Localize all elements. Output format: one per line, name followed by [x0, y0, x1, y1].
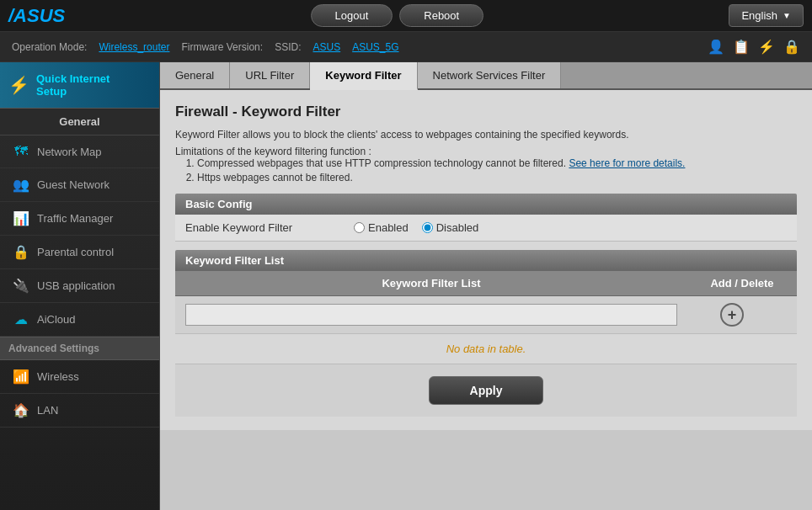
- copy-icon: 📋: [733, 39, 750, 55]
- more-details-link[interactable]: See here for more details.: [569, 157, 685, 169]
- enabled-radio-label[interactable]: Enabled: [354, 221, 409, 234]
- firmware-label: Firmware Version:: [181, 41, 263, 53]
- disabled-radio-label[interactable]: Disabled: [422, 221, 479, 234]
- col-keyword-header: Keyword Filter List: [175, 271, 687, 295]
- lan-label: LAN: [37, 404, 58, 417]
- disabled-radio[interactable]: [422, 222, 433, 233]
- content-body: Firewall - Keyword Filter Keyword Filter…: [160, 90, 812, 430]
- aicloud-icon: ☁: [12, 311, 30, 327]
- ssid-value2-link[interactable]: ASUS_5G: [352, 41, 398, 53]
- parental-control-label: Parental control: [37, 246, 114, 258]
- keyword-input-row: +: [175, 296, 797, 334]
- sidebar-item-general[interactable]: General: [0, 109, 159, 135]
- wireless-label: Wireless: [37, 370, 79, 383]
- basic-config-header: Basic Config: [175, 194, 797, 215]
- add-button[interactable]: +: [720, 303, 744, 327]
- sidebar-item-parental-control[interactable]: 🔒 Parental control: [0, 236, 159, 269]
- ssid-label: SSID:: [275, 41, 301, 53]
- tab-bar: General URL Filter Keyword Filter Networ…: [160, 62, 812, 90]
- tab-url-filter[interactable]: URL Filter: [230, 62, 310, 88]
- network-map-icon: 🗺: [12, 144, 30, 159]
- tab-keyword-filter[interactable]: Keyword Filter: [310, 62, 417, 90]
- aicloud-label: AiCloud: [37, 313, 76, 326]
- guest-network-icon: 👥: [12, 177, 30, 193]
- table-header: Keyword Filter List Add / Delete: [175, 271, 797, 296]
- no-data-message: No data in table.: [175, 334, 797, 364]
- wireless-icon: 📶: [12, 369, 30, 385]
- top-bar: /ASUS Logout Reboot English ▼: [0, 0, 812, 32]
- limitation-2: Https webpages cannot be filtered.: [197, 172, 797, 183]
- description-text: Keyword Filter allows you to block the c…: [175, 129, 797, 141]
- sidebar-item-traffic-manager[interactable]: 📊 Traffic Manager: [0, 202, 159, 236]
- traffic-manager-label: Traffic Manager: [37, 212, 113, 225]
- lock-icon: 🔒: [783, 39, 800, 55]
- add-btn-cell: +: [677, 303, 787, 327]
- asus-logo: /ASUS: [8, 5, 65, 27]
- enable-keyword-filter-row: Enable Keyword Filter Enabled Disabled: [175, 215, 797, 242]
- sidebar-item-network-map[interactable]: 🗺 Network Map: [0, 135, 159, 168]
- sidebar-item-usb-application[interactable]: 🔌 USB application: [0, 269, 159, 303]
- chevron-down-icon: ▼: [783, 11, 791, 20]
- guest-network-label: Guest Network: [37, 178, 110, 191]
- sidebar-item-lan[interactable]: 🏠 LAN: [0, 394, 159, 428]
- usb-application-label: USB application: [37, 279, 115, 292]
- sidebar-item-aicloud[interactable]: ☁ AiCloud: [0, 303, 159, 337]
- tab-general[interactable]: General: [160, 62, 230, 88]
- limitation-1: Compressed webpages that use HTTP compre…: [197, 157, 797, 169]
- language-selector[interactable]: English ▼: [729, 4, 804, 27]
- ssid-value1-link[interactable]: ASUS: [313, 41, 340, 53]
- page-title: Firewall - Keyword Filter: [175, 104, 797, 120]
- main-layout: ⚡ Quick InternetSetup General 🗺 Network …: [0, 62, 812, 510]
- apply-button[interactable]: Apply: [429, 376, 544, 405]
- advanced-settings-divider: Advanced Settings: [0, 337, 159, 360]
- user-icon: 👤: [708, 39, 724, 55]
- sidebar-item-wireless[interactable]: 📶 Wireless: [0, 360, 159, 394]
- enable-radio-group: Enabled Disabled: [354, 221, 478, 234]
- quick-setup-icon: ⚡: [8, 75, 29, 95]
- sidebar-item-guest-network[interactable]: 👥 Guest Network: [0, 168, 159, 202]
- traffic-manager-icon: 📊: [12, 210, 30, 226]
- quick-setup-label: Quick InternetSetup: [36, 72, 110, 98]
- enabled-radio[interactable]: [354, 222, 365, 233]
- operation-mode-label: Operation Mode:: [12, 41, 87, 53]
- sidebar: ⚡ Quick InternetSetup General 🗺 Network …: [0, 62, 160, 510]
- reboot-button[interactable]: Reboot: [399, 4, 483, 27]
- keyword-input[interactable]: [185, 304, 677, 326]
- lan-icon: 🏠: [12, 402, 30, 418]
- content-area: General URL Filter Keyword Filter Networ…: [160, 62, 812, 510]
- keyword-filter-table: Keyword Filter List Add / Delete + No da…: [175, 271, 797, 364]
- operation-mode-link[interactable]: Wireless_router: [99, 41, 169, 53]
- general-label: General: [59, 115, 99, 128]
- advanced-settings-label: Advanced Settings: [8, 343, 99, 354]
- logout-button[interactable]: Logout: [311, 4, 393, 27]
- limitations-title: Limitations of the keyword filtering fun…: [175, 146, 797, 157]
- quick-internet-setup[interactable]: ⚡ Quick InternetSetup: [0, 62, 159, 109]
- enable-label: Enable Keyword Filter: [185, 221, 354, 234]
- usb-icon: ⚡: [758, 39, 775, 55]
- tab-network-services-filter[interactable]: Network Services Filter: [418, 62, 562, 88]
- col-add-delete-header: Add / Delete: [687, 271, 797, 295]
- keyword-filter-list-header: Keyword Filter List: [175, 250, 797, 271]
- apply-row: Apply: [175, 364, 797, 417]
- usb-application-icon: 🔌: [12, 278, 30, 294]
- lang-label: English: [741, 9, 777, 22]
- status-bar: Operation Mode: Wireless_router Firmware…: [0, 32, 812, 62]
- limitations-section: Limitations of the keyword filtering fun…: [175, 146, 797, 183]
- network-map-label: Network Map: [37, 146, 102, 158]
- status-icons: 👤 📋 ⚡ 🔒: [708, 39, 800, 55]
- parental-control-icon: 🔒: [12, 244, 30, 260]
